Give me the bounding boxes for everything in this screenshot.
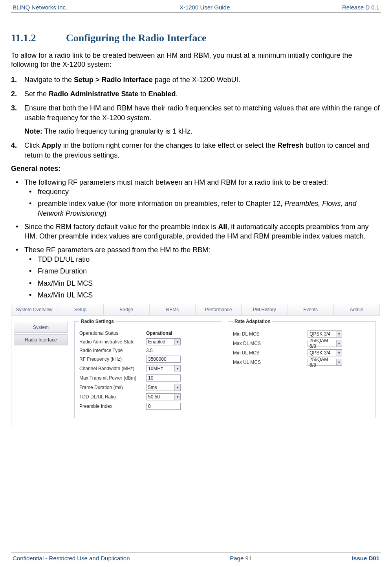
admin-state-select[interactable]: Enabled [146, 338, 181, 345]
tab-performance[interactable]: Performance [196, 304, 242, 315]
admin-state-label: Radio Administrative State [79, 339, 146, 345]
panel-legend: Radio Settings [79, 319, 115, 324]
note-text: These RF parameters are passed from the … [24, 246, 210, 254]
step-text: Ensure that both the HM and RBM have the… [24, 104, 380, 121]
step-number: 1. [11, 75, 17, 84]
min-ul-mcs-select[interactable]: QPSK 3/4 [308, 349, 342, 356]
step-number: 3. [11, 103, 17, 113]
sub-list: TDD DL/UL ratio Frame Duration Max/Min D… [24, 255, 381, 300]
step-text: Navigate to the [24, 76, 74, 84]
tab-bridge[interactable]: Bridge [104, 304, 150, 315]
max-ul-mcs-select[interactable]: 256QAM 6/8 [308, 359, 342, 366]
tab-bar: System Overview Setup Bridge RBMs Perfor… [11, 304, 380, 316]
operational-status-value: Operational [146, 330, 189, 336]
button-name: Refresh [277, 141, 304, 149]
step-note: Note: The radio frequency tuning granula… [24, 127, 381, 136]
sidebar-item-system[interactable]: System [14, 322, 68, 333]
max-dl-mcs-select[interactable]: 256QAM 6/8 [308, 340, 342, 347]
list-item: These RF parameters are passed from the … [11, 245, 381, 300]
step-number: 4. [11, 141, 17, 150]
general-notes-list: The following RF parameters must match b… [11, 178, 381, 300]
tab-rbms[interactable]: RBMs [150, 304, 196, 315]
step-1: 1. Navigate to the Setup > Radio Interfa… [11, 75, 381, 84]
step-text: to [138, 90, 148, 98]
tab-events[interactable]: Events [288, 304, 334, 315]
list-item: Max/Min UL MCS [24, 290, 381, 300]
sidebar-item-radio-interface[interactable]: Radio Interface [14, 334, 68, 345]
radio-settings-panel: Radio Settings Operational Status Operat… [74, 319, 222, 418]
note-label: Note: [24, 127, 42, 135]
webui-screenshot: System Overview Setup Bridge RBMs Perfor… [11, 304, 380, 426]
value-name: All [218, 223, 227, 231]
page-label: Page [230, 555, 244, 561]
step-text: . [176, 90, 178, 98]
field-name: Radio Administrative State [49, 90, 138, 98]
rate-adaptation-panel: Rate Adaptation Min DL MCS QPSK 3/4 Max … [228, 319, 376, 418]
header-right: Release D 0.1 [342, 4, 379, 11]
list-item: frequency [24, 187, 381, 196]
page-number: 91 [245, 555, 252, 561]
tab-admin[interactable]: Admin [334, 304, 380, 315]
min-dl-mcs-select[interactable]: QPSK 3/4 [308, 330, 342, 338]
step-text: page of the X-1200 WebUI. [153, 76, 240, 84]
note-text: The radio frequency tuning granularity i… [42, 127, 192, 135]
rf-frequency-label: RF Frequency (kHz) [79, 356, 146, 362]
step-number: 2. [11, 89, 17, 99]
menu-path: Setup > Radio Interface [74, 76, 153, 84]
list-item: TDD DL/UL ratio [24, 255, 381, 264]
list-item: The following RF parameters must match b… [11, 178, 381, 218]
sub-list: frequency preamble index value (for more… [24, 187, 381, 218]
max-tx-power-label: Max Transmit Power (dBm) [79, 375, 146, 381]
step-2: 2. Set the Radio Administrative State to… [11, 89, 381, 99]
tab-pm-history[interactable]: PM History [242, 304, 288, 315]
step-text: Click [24, 141, 42, 149]
tab-setup[interactable]: Setup [57, 304, 103, 315]
footer-page: Page 91 [230, 555, 252, 561]
main-panel: Radio Settings Operational Status Operat… [70, 316, 380, 426]
interface-type-label: Radio Interface Type [79, 348, 146, 353]
tdd-ratio-label: TDD DL/UL Ratio [79, 394, 146, 400]
list-item: Frame Duration [24, 266, 381, 276]
rf-frequency-input[interactable]: 3500000 [146, 356, 181, 363]
operational-status-label: Operational Status [79, 330, 146, 336]
footer-issue: Issue D01 [352, 555, 379, 561]
max-ul-mcs-label: Max UL MCS [233, 360, 308, 365]
preamble-index-label: Preamble Index [79, 404, 146, 409]
note-text: Since the RBM factory default value for … [24, 223, 218, 231]
frame-duration-label: Frame Duration (ms) [79, 385, 146, 390]
footer-left: Confidential - Restricted Use and Duplic… [13, 555, 130, 561]
tab-system-overview[interactable]: System Overview [11, 304, 57, 315]
max-tx-power-input[interactable]: 10 [146, 374, 181, 382]
list-item: Since the RBM factory default value for … [11, 222, 381, 241]
sidebar: System Radio Interface [11, 316, 70, 426]
step-4: 4. Click Apply in the bottom right corne… [11, 141, 381, 160]
list-item: Max/Min DL MCS [24, 279, 381, 288]
page-footer: Confidential - Restricted Use and Duplic… [11, 552, 381, 561]
min-dl-mcs-label: Min DL MCS [233, 331, 308, 337]
note-text: ) [104, 209, 106, 217]
steps-list: 1. Navigate to the Setup > Radio Interfa… [11, 75, 381, 160]
field-value: Enabled [148, 90, 176, 98]
channel-bandwidth-label: Channel Bandwidth (MHz) [79, 366, 146, 371]
preamble-index-input[interactable]: 0 [146, 403, 181, 410]
note-text: The following RF parameters must match b… [24, 178, 328, 186]
step-text: in the bottom right corner for the chang… [61, 141, 277, 149]
button-name: Apply [42, 141, 61, 149]
header-left: BLiNQ Networks Inc. [13, 4, 67, 11]
max-dl-mcs-label: Max DL MCS [233, 341, 308, 346]
interface-type-value: 3.5 [146, 348, 153, 353]
tdd-ratio-select[interactable]: 50:50 [146, 393, 181, 400]
channel-bandwidth-select[interactable]: 10MHz [146, 365, 181, 372]
min-ul-mcs-label: Min UL MCS [233, 350, 308, 356]
step-3: 3. Ensure that both the HM and RBM have … [11, 103, 381, 136]
section-number: 11.1.2 [11, 32, 36, 44]
header-center: X-1200 User Guide [180, 4, 230, 11]
list-item: preamble index value (for more informati… [24, 199, 381, 218]
step-text: Set the [24, 90, 49, 98]
intro-paragraph: To allow for a radio link to be created … [11, 51, 381, 70]
page-header: BLiNQ Networks Inc. X-1200 User Guide Re… [11, 0, 381, 13]
section-title-text: Configuring the Radio Interface [66, 32, 206, 44]
panel-legend: Rate Adaptation [233, 319, 272, 324]
frame-duration-select[interactable]: 5ms [146, 384, 181, 391]
note-text: preamble index value (for more informati… [38, 200, 284, 207]
